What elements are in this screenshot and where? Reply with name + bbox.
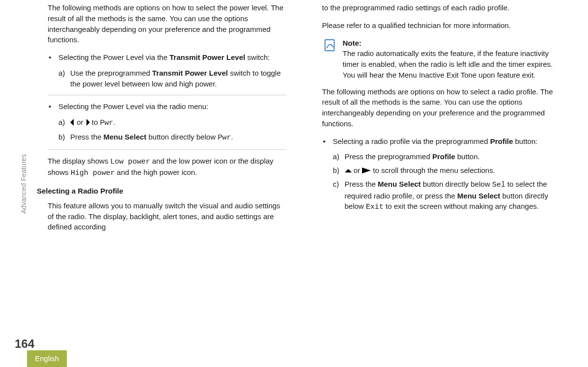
profile-paragraph: This feature allows you to manually swit… (48, 200, 287, 232)
item2a-or: or (75, 118, 85, 126)
item2b-end: . (231, 133, 233, 141)
col2-a-bold: Profile (432, 152, 455, 161)
item2a-pwr: Pwr (100, 119, 113, 127)
col2-c-lead: Press the (345, 180, 378, 188)
col2-c-tail: to exit the screen without making any ch… (384, 202, 539, 210)
language-tab: English (27, 350, 67, 367)
right-arrow-icon (86, 119, 90, 126)
bullet-item-2: Selecting the Power Level via the radio … (58, 101, 287, 149)
intro-paragraph: The following methods are options on how… (48, 2, 287, 45)
col2-c-exit: Exit (366, 203, 384, 211)
col2-item1-bold: Profile (490, 137, 513, 145)
note-label: Note: (343, 39, 362, 47)
col2-c-bold1: Menu Select (378, 180, 421, 188)
note-text: Note: The radio automatically exits the … (343, 38, 561, 81)
col2-item1-tail: button: (513, 137, 537, 145)
item2-step-b: Press the Menu Select button directly be… (70, 132, 287, 143)
up-arrow-icon (345, 169, 352, 172)
separator-2 (48, 149, 287, 150)
col2-step-a: Press the preprogrammed Profile button. (345, 151, 561, 162)
left-column: The following methods are options on how… (37, 2, 287, 334)
col2-step-b: or to scroll through the menu selections… (345, 165, 561, 176)
display-tail: and the high power icon. (115, 168, 197, 176)
col2-bullet-1: Selecting a radio profile via the prepro… (333, 136, 561, 213)
item1-step-a: Use the preprogrammed Transmit Power Lev… (70, 68, 287, 89)
separator (48, 95, 287, 95)
note-box: Note: The radio automatically exits the … (322, 38, 561, 81)
item2b-mid: button directly below (146, 133, 218, 141)
item2a-end: . (113, 118, 115, 126)
bullet-item-1: Selecting the Power Level via the Transm… (58, 52, 287, 95)
col2-a-lead: Press the preprogrammed (345, 152, 432, 161)
display-high: High power (71, 169, 115, 177)
col2-a-tail: button. (455, 152, 480, 161)
section-heading: Selecting a Radio Profile (37, 186, 287, 197)
col2-c-mid1: button directly below (421, 180, 492, 188)
svg-rect-0 (325, 39, 334, 51)
display-paragraph: The display shows Low power and the low … (48, 156, 287, 179)
item1-bold: Transmit Power Level (169, 53, 245, 61)
item2b-lead: Press the (70, 133, 104, 141)
col2-c-sel: Sel (492, 181, 505, 189)
item1a-lead: Use the preprogrammed (70, 69, 152, 77)
col2-b-tail: to scroll through the menu selections. (371, 166, 495, 174)
sidebar-label: Advanced Features (19, 154, 28, 214)
display-lead: The display shows (48, 157, 111, 165)
item2b-pwr: Pwr (218, 134, 231, 142)
note-body: The radio automatically exits the featur… (343, 49, 553, 79)
item1-lead: Selecting the Power Level via the (58, 53, 169, 61)
item2-lead: Selecting the Power Level via the radio … (58, 102, 208, 111)
item1-tail: switch: (245, 53, 270, 61)
note-icon (322, 38, 337, 53)
item2b-bold: Menu Select (104, 133, 147, 141)
right-column: to the preprogrammed radio settings of e… (311, 2, 561, 334)
col2-b-mid: or (352, 166, 363, 174)
forward-arrow-icon (362, 168, 371, 173)
col2-p2: Please refer to a qualified technician f… (322, 20, 561, 31)
item1a-bold: Transmit Power Level (152, 69, 228, 77)
left-arrow-icon (70, 119, 74, 126)
item2a-to: to (90, 118, 100, 126)
col2-p1: to the preprogrammed radio settings of e… (322, 2, 561, 13)
col2-step-c: Press the Menu Select button directly be… (345, 179, 561, 213)
col2-c-bold2: Menu Select (457, 192, 501, 200)
col2-p3: The following methods are options on how… (322, 86, 561, 129)
display-low: Low power (111, 158, 150, 166)
item2-step-a: or to Pwr. (70, 117, 287, 129)
col2-item1-lead: Selecting a radio profile via the prepro… (333, 137, 490, 145)
